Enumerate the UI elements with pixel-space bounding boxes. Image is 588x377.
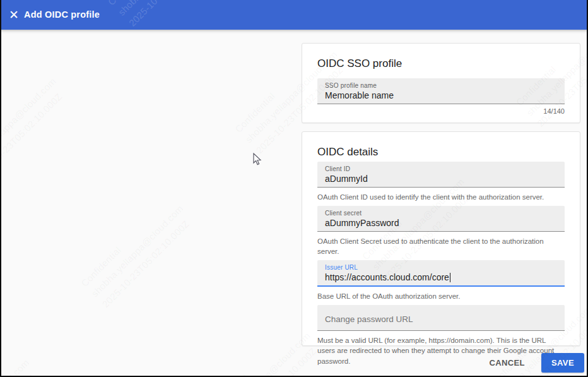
watermark-text: Confidential shobha.yellappa@cloud.com 2… bbox=[104, 0, 223, 30]
sso-profile-name-value: Memorable name bbox=[325, 90, 557, 100]
watermark-text: Confidential shobha.yellappa@cloud.com 2… bbox=[0, 64, 70, 184]
mouse-cursor-icon bbox=[253, 153, 262, 169]
watermark-text: Confidential shobha.yellappa@cloud.com 2… bbox=[0, 345, 43, 377]
text-caret bbox=[450, 273, 451, 282]
sso-profile-card-title: OIDC SSO profile bbox=[317, 57, 565, 70]
watermark-text: Confidential shobha.yellappa@cloud.com 2… bbox=[78, 191, 197, 311]
issuer-url-label: Issuer URL bbox=[325, 264, 557, 271]
client-secret-helper: OAuth Client Secret used to authenticate… bbox=[317, 236, 565, 257]
client-secret-value: aDummyPassword bbox=[325, 218, 557, 228]
oidc-details-card-title: OIDC details bbox=[317, 146, 565, 159]
char-counter: 14/140 bbox=[317, 107, 565, 115]
sso-profile-name-field[interactable]: SSO profile name Memorable name bbox=[317, 78, 565, 104]
issuer-url-value: https://accounts.cloud.com/core bbox=[325, 272, 557, 282]
watermark-text: Confidential shobha.yellappa@cloud.com 2… bbox=[512, 11, 588, 30]
dialog-actions: CANCEL SAVE bbox=[483, 353, 584, 373]
save-button[interactable]: SAVE bbox=[541, 353, 584, 373]
client-secret-field[interactable]: Client secret aDummyPassword bbox=[317, 206, 565, 232]
client-id-helper: OAuth Client ID used to identify the cli… bbox=[317, 192, 565, 203]
page-title: Add OIDC profile bbox=[24, 9, 100, 20]
dialog-header: Confidential shobha.yellappa@cloud.com 2… bbox=[0, 0, 588, 30]
cancel-button[interactable]: CANCEL bbox=[483, 353, 531, 373]
oidc-details-card: OIDC details Client ID aDummyId OAuth Cl… bbox=[302, 131, 580, 346]
client-id-field[interactable]: Client ID aDummyId bbox=[317, 162, 565, 188]
client-id-label: Client ID bbox=[325, 165, 557, 172]
issuer-url-helper: Base URL of the OAuth authorization serv… bbox=[317, 291, 565, 302]
add-oidc-profile-dialog: Confidential shobha.yellappa@cloud.com 2… bbox=[0, 0, 588, 377]
client-secret-label: Client secret bbox=[325, 210, 557, 217]
change-password-url-label: Change password URL bbox=[325, 314, 413, 324]
issuer-url-field[interactable]: Issuer URL https://accounts.cloud.com/co… bbox=[317, 260, 565, 287]
sso-profile-name-label: SSO profile name bbox=[325, 82, 557, 89]
change-password-url-field[interactable]: Change password URL bbox=[317, 305, 565, 331]
watermark-text: Confidential shobha.yellappa@cloud.com 2… bbox=[385, 0, 505, 3]
sso-profile-card: OIDC SSO profile SSO profile name Memora… bbox=[302, 43, 580, 123]
client-id-value: aDummyId bbox=[325, 174, 557, 184]
close-icon[interactable]: ✕ bbox=[6, 8, 21, 23]
